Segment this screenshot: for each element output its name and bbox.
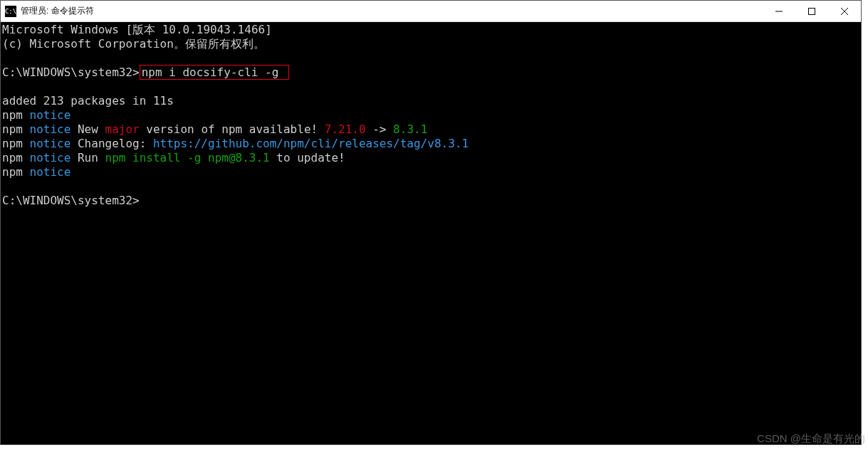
notice-text: version of npm available! bbox=[140, 122, 325, 136]
notice-label: notice bbox=[30, 137, 71, 150]
maximize-button[interactable] bbox=[795, 1, 828, 21]
highlighted-command: npm i docsify-cli -g bbox=[140, 65, 289, 80]
notice-text: Run bbox=[70, 151, 105, 164]
close-button[interactable] bbox=[828, 1, 861, 21]
prompt: C:\WINDOWS\system32> bbox=[2, 194, 140, 207]
npm-prefix: npm bbox=[2, 165, 23, 179]
banner-line: Microsoft Windows [版本 10.0.19043.1466] bbox=[2, 23, 272, 36]
update-command: npm install -g npm@8.3.1 bbox=[105, 151, 270, 164]
notice-label: notice bbox=[30, 122, 71, 136]
changelog-url: https://github.com/npm/cli/releases/tag/… bbox=[153, 137, 469, 150]
output-line: added 213 packages in 11s bbox=[2, 94, 174, 108]
notice-text: Changelog: bbox=[70, 137, 153, 150]
terminal-area[interactable]: Microsoft Windows [版本 10.0.19043.1466] (… bbox=[1, 22, 861, 444]
notice-major: major bbox=[105, 122, 140, 136]
notice-text: New bbox=[70, 122, 105, 136]
banner-line: (c) Microsoft Corporation。保留所有权利。 bbox=[2, 37, 265, 51]
npm-prefix: npm bbox=[2, 137, 23, 150]
notice-label: notice bbox=[30, 165, 71, 179]
notice-text: to update! bbox=[270, 151, 345, 164]
npm-prefix: npm bbox=[2, 151, 23, 164]
arrow: -> bbox=[366, 122, 394, 136]
npm-prefix: npm bbox=[2, 122, 23, 136]
notice-label: notice bbox=[30, 108, 71, 122]
npm-prefix: npm bbox=[2, 108, 23, 122]
cmd-icon: C:\ bbox=[5, 6, 16, 17]
titlebar[interactable]: C:\ 管理员: 命令提示符 bbox=[1, 1, 861, 22]
command-text: npm i docsify-cli -g bbox=[142, 66, 279, 79]
window-title: 管理员: 命令提示符 bbox=[21, 5, 94, 17]
old-version: 7.21.0 bbox=[325, 122, 366, 136]
cmd-window: C:\ 管理员: 命令提示符 Microsoft Windows [版本 10.… bbox=[0, 0, 862, 445]
svg-rect-1 bbox=[809, 8, 815, 14]
minimize-button[interactable] bbox=[763, 1, 795, 21]
prompt: C:\WINDOWS\system32> bbox=[2, 66, 140, 79]
new-version: 8.3.1 bbox=[393, 122, 427, 136]
notice-label: notice bbox=[30, 151, 71, 164]
window-controls bbox=[763, 1, 861, 21]
titlebar-left: C:\ 管理员: 命令提示符 bbox=[5, 5, 94, 17]
